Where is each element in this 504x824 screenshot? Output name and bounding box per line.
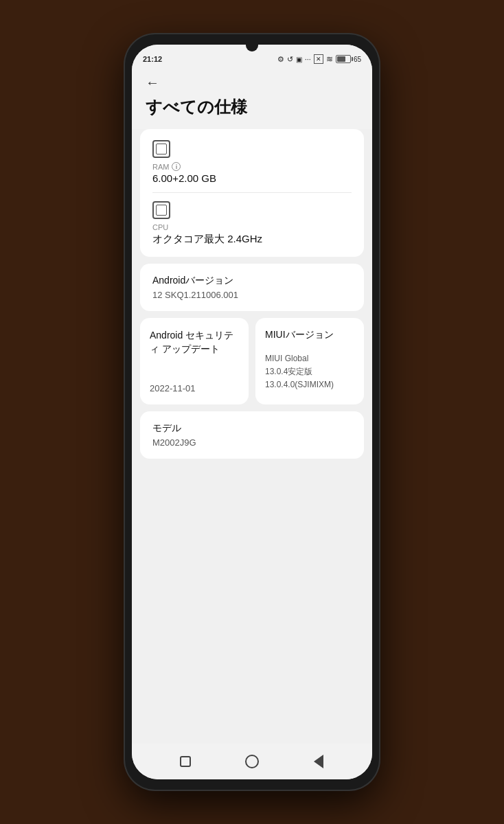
cards-area: RAM i 6.00+2.00 GB CPU オクタコア最大 2.4GHz [132, 129, 372, 459]
security-date: 2022-11-01 [150, 383, 239, 393]
miui-value: MIUI Global13.0.4安定版13.0.4.0(SJIMIXM) [265, 352, 354, 392]
battery-icon [336, 55, 351, 63]
close-icon: ✕ [314, 54, 323, 64]
model-label: モデル [152, 422, 352, 435]
phone-frame: 21:12 ⚙ ↺ ▣ ··· ✕ ≋ 65 ← すべての仕様 [125, 34, 379, 790]
android-version-label: Androidバージョン [152, 275, 352, 287]
ram-info-icon[interactable]: i [172, 162, 181, 171]
cpu-label: CPU [152, 223, 352, 231]
home-button[interactable] [240, 749, 264, 774]
cpu-chip-icon [152, 201, 170, 219]
battery-percent: 65 [354, 56, 361, 63]
circle-icon [245, 755, 259, 768]
hardware-card: RAM i 6.00+2.00 GB CPU オクタコア最大 2.4GHz [140, 129, 364, 257]
status-right-icons: ⚙ ↺ ▣ ··· ✕ ≋ 65 [277, 54, 361, 64]
triangle-icon [314, 755, 323, 768]
security-card: Android セキュリティ アップデート 2022-11-01 [140, 318, 249, 404]
android-version-card: Androidバージョン 12 SKQ1.211006.001 [140, 264, 364, 311]
miui-title: MIUIバージョン [265, 329, 354, 341]
security-miui-row: Android セキュリティ アップデート 2022-11-01 MIUIバージ… [140, 318, 364, 404]
cpu-section: CPU オクタコア最大 2.4GHz [152, 201, 352, 246]
status-time: 21:12 [143, 55, 162, 63]
ram-value: 6.00+2.00 GB [152, 172, 352, 184]
nav-bar [132, 744, 372, 779]
top-bar: ← [132, 69, 372, 93]
screen-content: ← すべての仕様 RAM i 6.00+2.00 GB [132, 69, 372, 744]
wifi-icon: ≋ [326, 54, 333, 64]
phone-screen: 21:12 ⚙ ↺ ▣ ··· ✕ ≋ 65 ← すべての仕様 [132, 45, 372, 779]
separator [152, 192, 352, 193]
back-nav-button[interactable] [306, 749, 331, 774]
battery-fill [337, 56, 345, 62]
model-card: モデル M2002J9G [140, 411, 364, 459]
miui-card: MIUIバージョン MIUI Global13.0.4安定版13.0.4.0(S… [255, 318, 364, 404]
square-icon [180, 756, 191, 767]
more-icon: ··· [305, 55, 311, 63]
settings-icon: ⚙ [277, 55, 284, 64]
ram-label: RAM i [152, 162, 352, 171]
ram-chip-icon [152, 140, 170, 158]
ram-section: RAM i 6.00+2.00 GB [152, 140, 352, 184]
recent-apps-button[interactable] [173, 749, 198, 774]
model-value: M2002J9G [152, 437, 352, 448]
sync-icon: ↺ [287, 55, 293, 64]
page-title: すべての仕様 [132, 93, 372, 129]
android-version-value: 12 SKQ1.211006.001 [152, 290, 352, 300]
cpu-value: オクタコア最大 2.4GHz [152, 233, 352, 246]
security-title: Android セキュリティ アップデート [150, 329, 239, 356]
back-button[interactable]: ← [146, 75, 159, 90]
screenshot-icon: ▣ [296, 56, 302, 63]
